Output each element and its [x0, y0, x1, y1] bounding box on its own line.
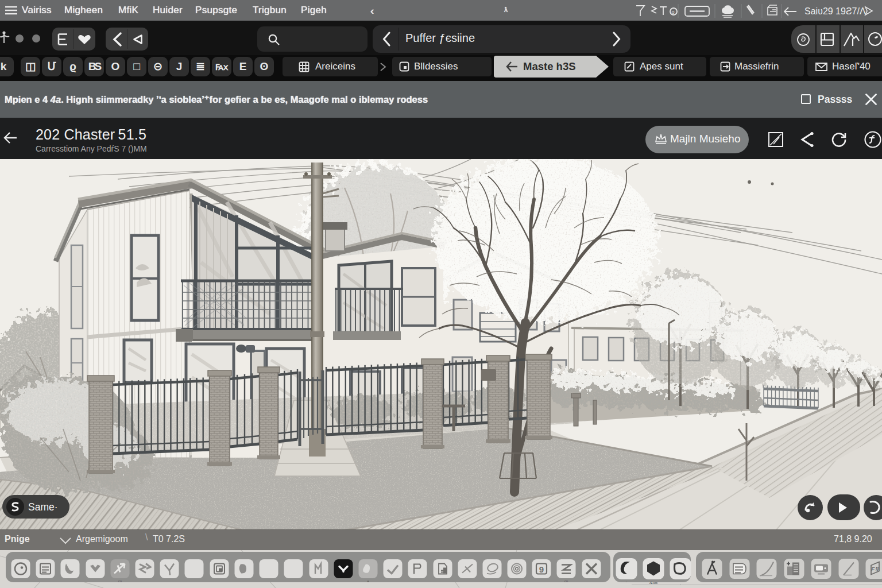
- svg-text:9: 9: [539, 564, 544, 574]
- svg-text:ә: ә: [367, 579, 369, 583]
- svg-text:cn: cn: [564, 579, 568, 583]
- svg-text:cn: cn: [118, 579, 122, 583]
- svg-text:Ӕҹӕ: Ӕҹӕ: [649, 581, 658, 585]
- svg-text:ˌ: ˌ: [680, 581, 681, 585]
- svg-text:Ѕаіʋ29 19Ƨ7/Λ: Ѕаіʋ29 19Ƨ7/Λ: [804, 6, 866, 16]
- svg-text:F⇅: F⇅: [871, 566, 879, 572]
- svg-text:ˆ: ˆ: [626, 581, 627, 585]
- svg-text:o: o: [672, 9, 675, 15]
